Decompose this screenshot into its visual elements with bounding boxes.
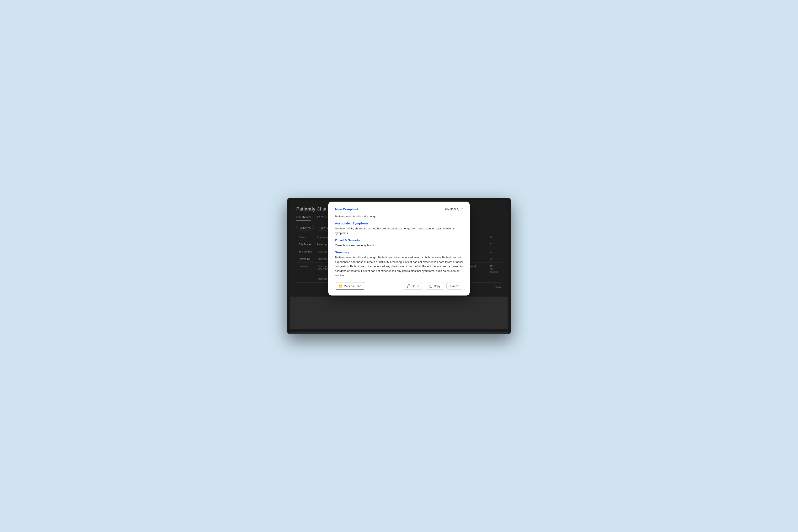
summary-section: Summary Patient presents with a dry coug… — [335, 250, 463, 278]
mark-as-done-label: Mark as Done — [344, 285, 361, 288]
summary-title: Summary — [335, 250, 463, 254]
go-to-label: Go To — [412, 285, 419, 288]
copy-button[interactable]: 📋 Copy — [425, 282, 444, 290]
copy-icon: 📋 — [429, 284, 433, 288]
onset-severity-text: Onset is unclear; severity is mild. — [335, 243, 463, 248]
onset-severity-section: Onset & Severity Onset is unclear; sever… — [335, 239, 463, 248]
modal-header: Main Complaint Billy Bones, 32 — [335, 207, 463, 212]
modal-overlay: Main Complaint Billy Bones, 32 Patient p… — [290, 201, 508, 297]
associated-symptoms-section: Associated Symptoms No fever, chills, sh… — [335, 222, 463, 235]
checkmark-icon: 🗂️ — [339, 284, 342, 288]
summary-text: Patient presents with a dry cough. Patie… — [335, 255, 463, 278]
modal-footer-actions: 💬 Go To 📋 Copy Cancel — [403, 282, 463, 290]
go-to-button[interactable]: 💬 Go To — [403, 282, 423, 290]
cancel-label: Cancel — [450, 285, 459, 288]
main-complaint-title: Main Complaint — [335, 207, 358, 211]
cancel-button[interactable]: Cancel — [446, 282, 463, 290]
go-to-icon: 💬 — [407, 284, 411, 288]
modal-footer: 🗂️ Mark as Done 💬 Go To 📋 Copy — [335, 281, 463, 290]
patient-info: Billy Bones, 32 — [444, 207, 463, 211]
associated-symptoms-title: Associated Symptoms — [335, 222, 463, 225]
main-complaint-text: Patient presents with a dry cough. — [335, 214, 463, 219]
mark-as-done-button[interactable]: 🗂️ Mark as Done — [335, 282, 365, 290]
associated-symptoms-text: No fever, chills, shortness of breath, s… — [335, 226, 463, 235]
onset-severity-title: Onset & Severity — [335, 239, 463, 242]
modal-dialog: Main Complaint Billy Bones, 32 Patient p… — [328, 202, 470, 296]
copy-label: Copy — [434, 285, 440, 288]
